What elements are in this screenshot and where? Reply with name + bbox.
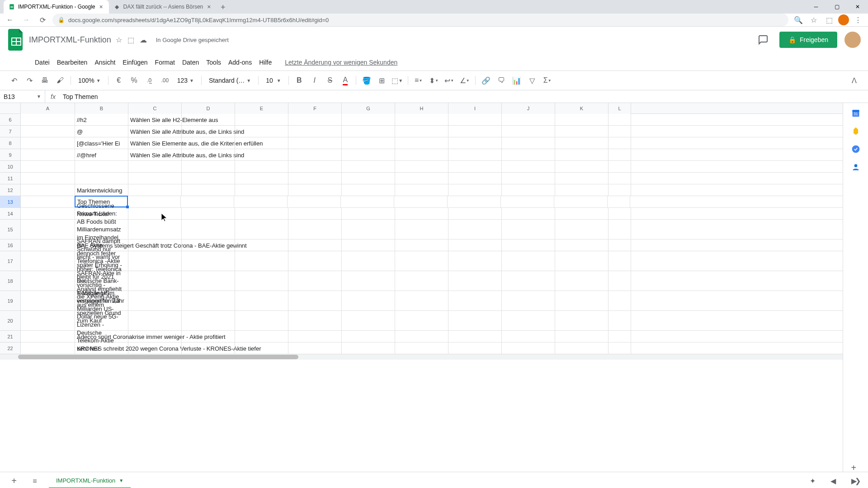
- calendar-icon[interactable]: 31: [851, 108, 860, 117]
- cell[interactable]: [128, 271, 182, 291]
- cell[interactable]: [501, 196, 554, 208]
- cell[interactable]: [502, 161, 555, 173]
- cell[interactable]: [288, 331, 342, 343]
- cell[interactable]: [182, 149, 235, 161]
- cell[interactable]: [555, 114, 609, 126]
- forward-button[interactable]: →: [20, 14, 33, 26]
- cell[interactable]: [128, 331, 182, 343]
- row-header[interactable]: 18: [0, 271, 20, 291]
- cell[interactable]: [288, 343, 342, 354]
- col-header-A[interactable]: A: [21, 103, 75, 114]
- cell[interactable]: [448, 271, 502, 291]
- redo-button[interactable]: ↷: [23, 74, 36, 87]
- cell[interactable]: [554, 196, 608, 208]
- share-button[interactable]: 🔒 Freigeben: [779, 32, 837, 48]
- cell[interactable]: [555, 137, 609, 149]
- cell[interactable]: [128, 208, 182, 220]
- cell[interactable]: [235, 251, 288, 271]
- row-header[interactable]: 15: [0, 220, 20, 239]
- row-header[interactable]: 6: [0, 114, 20, 126]
- cell[interactable]: [555, 208, 609, 220]
- cell[interactable]: //@href: [75, 149, 128, 161]
- cell[interactable]: [182, 220, 235, 239]
- cell[interactable]: [182, 114, 235, 126]
- cell[interactable]: [609, 126, 631, 137]
- cell[interactable]: [555, 149, 609, 161]
- cell[interactable]: [182, 126, 235, 137]
- cell[interactable]: [342, 220, 395, 239]
- row-header[interactable]: 21: [0, 331, 20, 343]
- row-header[interactable]: 7: [0, 126, 20, 137]
- sheet-tab-active[interactable]: IMPORTXML-Funktion ▼: [49, 474, 131, 488]
- all-sheets-button[interactable]: ≡: [28, 474, 42, 488]
- cell[interactable]: [342, 161, 395, 173]
- chart-button[interactable]: 📊: [510, 74, 524, 87]
- cell[interactable]: [609, 161, 631, 173]
- menu-hilfe[interactable]: Hilfe: [256, 57, 275, 68]
- col-header-H[interactable]: H: [395, 103, 448, 114]
- row-header[interactable]: 11: [0, 173, 20, 184]
- show-side-panel-button[interactable]: ❯: [851, 474, 864, 488]
- cell[interactable]: [609, 149, 631, 161]
- col-header-K[interactable]: K: [555, 103, 609, 114]
- cell[interactable]: [21, 137, 75, 149]
- cell[interactable]: [502, 126, 555, 137]
- percent-button[interactable]: %: [127, 74, 141, 87]
- cell[interactable]: [502, 311, 555, 331]
- cell[interactable]: [395, 137, 448, 149]
- cell[interactable]: [342, 208, 395, 220]
- cell[interactable]: //h2: [75, 114, 128, 126]
- cell[interactable]: [342, 251, 395, 271]
- maximize-button[interactable]: ▢: [826, 0, 847, 14]
- cell[interactable]: [288, 137, 342, 149]
- cell[interactable]: [395, 271, 448, 291]
- cell[interactable]: [609, 343, 631, 354]
- cell[interactable]: [288, 126, 342, 137]
- cell[interactable]: [502, 239, 555, 251]
- cell[interactable]: [502, 208, 555, 220]
- font-size-select[interactable]: 10 ▼: [262, 77, 284, 84]
- cell[interactable]: [395, 173, 448, 184]
- cell[interactable]: [609, 208, 631, 220]
- cell[interactable]: [128, 184, 182, 196]
- cell[interactable]: [182, 291, 235, 311]
- menu-addons[interactable]: Add-ons: [225, 57, 255, 68]
- add-addon-icon[interactable]: +: [851, 463, 860, 472]
- cell[interactable]: [448, 114, 502, 126]
- col-header-B[interactable]: B: [75, 103, 128, 114]
- cell[interactable]: [21, 291, 75, 311]
- cell[interactable]: [555, 161, 609, 173]
- nav-left-button[interactable]: ◀: [826, 474, 840, 488]
- cell[interactable]: [502, 114, 555, 126]
- row-header[interactable]: 14: [0, 208, 20, 220]
- cell[interactable]: [21, 196, 75, 208]
- minimize-button[interactable]: ─: [806, 0, 826, 14]
- cell[interactable]: [128, 291, 182, 311]
- cell[interactable]: [235, 208, 288, 220]
- back-button[interactable]: ←: [4, 14, 16, 26]
- cell[interactable]: [235, 331, 288, 343]
- strikethrough-button[interactable]: S: [323, 74, 337, 87]
- cell[interactable]: [342, 126, 395, 137]
- menu-icon[interactable]: ⋮: [852, 14, 864, 26]
- cell[interactable]: [448, 149, 502, 161]
- cell[interactable]: [555, 251, 609, 271]
- cell[interactable]: [555, 220, 609, 239]
- contacts-icon[interactable]: [851, 163, 860, 172]
- cell[interactable]: [555, 271, 609, 291]
- cell[interactable]: [555, 343, 609, 354]
- cell[interactable]: [182, 173, 235, 184]
- cell[interactable]: [342, 291, 395, 311]
- cell[interactable]: [288, 291, 342, 311]
- cell[interactable]: Wählen Sie alle Attribute aus, die Links…: [128, 149, 182, 161]
- cell[interactable]: [235, 239, 288, 251]
- cell[interactable]: [342, 239, 395, 251]
- cell[interactable]: [127, 196, 181, 208]
- cell[interactable]: [21, 239, 75, 251]
- name-box[interactable]: B13 ▼: [0, 90, 45, 103]
- col-header-I[interactable]: I: [448, 103, 502, 114]
- cell[interactable]: [75, 173, 128, 184]
- row-header[interactable]: 12: [0, 184, 20, 196]
- cell[interactable]: [21, 149, 75, 161]
- cell[interactable]: [182, 251, 235, 271]
